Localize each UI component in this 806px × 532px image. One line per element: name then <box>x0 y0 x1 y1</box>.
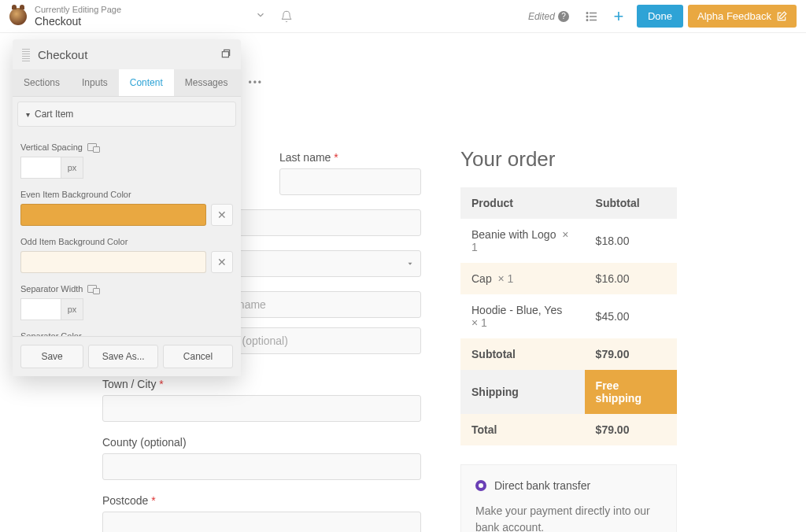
list-icon[interactable] <box>582 6 602 27</box>
vertical-spacing-label: Vertical Spacing <box>20 142 233 152</box>
separator-color-label: Separator Color <box>20 331 233 336</box>
last-name-label: Last name * <box>279 151 421 164</box>
order-row: Cap × 1 $16.00 <box>460 263 677 294</box>
even-bg-label: Even Item Background Color <box>20 190 233 199</box>
th-subtotal: Subtotal <box>585 187 677 219</box>
chevron-down-icon: ▾ <box>26 110 30 119</box>
town-label: Town / City * <box>102 378 421 390</box>
tab-messages[interactable]: Messages <box>174 69 239 96</box>
payment-box: Direct bank transfer Make your payment d… <box>460 464 677 532</box>
page-meta[interactable]: Currently Editing Page Checkout <box>35 5 121 28</box>
chevron-down-icon[interactable] <box>255 9 266 23</box>
editing-label: Currently Editing Page <box>35 5 121 15</box>
town-input[interactable] <box>102 395 421 422</box>
postcode-input[interactable] <box>102 512 421 532</box>
th-product: Product <box>460 187 585 219</box>
page-name: Checkout <box>35 15 121 28</box>
responsive-icon[interactable] <box>87 285 97 293</box>
save-as-button[interactable]: Save As... <box>88 345 158 368</box>
separator-width-label: Separator Width <box>20 284 233 294</box>
order-total-row: Total $79.00 <box>460 414 677 445</box>
edited-indicator: Edited ? <box>528 11 569 22</box>
svg-point-3 <box>586 12 588 13</box>
county-input[interactable] <box>102 453 421 480</box>
settings-panel: Checkout Sections Inputs Content Message… <box>13 39 241 376</box>
responsive-icon[interactable] <box>87 143 97 151</box>
tab-inputs[interactable]: Inputs <box>71 69 119 96</box>
svg-point-4 <box>586 16 588 17</box>
order-row: Hoodie - Blue, Yes× 1 $45.00 <box>460 294 677 338</box>
drag-handle-icon[interactable] <box>22 47 30 61</box>
more-tabs-icon[interactable]: ••• <box>238 69 272 96</box>
separator-width-input[interactable] <box>20 298 61 320</box>
svg-point-5 <box>586 19 588 20</box>
even-bg-color-swatch[interactable] <box>20 204 206 226</box>
unit-label: px <box>61 298 83 320</box>
last-name-input[interactable] <box>279 168 421 195</box>
odd-bg-color-swatch[interactable] <box>20 251 206 273</box>
panel-title: Checkout <box>38 48 220 61</box>
help-icon[interactable]: ? <box>558 11 569 22</box>
order-row: Beanie with Logo × 1 $18.00 <box>460 219 677 263</box>
clear-even-bg-button[interactable]: ✕ <box>211 204 233 226</box>
done-button[interactable]: Done <box>637 5 683 28</box>
top-bar: Currently Editing Page Checkout Edited ?… <box>0 0 806 33</box>
order-subtotal-row: Subtotal $79.00 <box>460 338 677 370</box>
radio-selected-icon <box>475 480 486 491</box>
county-label: County (optional) <box>102 436 421 449</box>
tab-content[interactable]: Content <box>119 69 174 96</box>
order-table: Product Subtotal Beanie with Logo × 1 $1… <box>460 187 677 445</box>
order-title: Your order <box>460 147 677 172</box>
bell-icon[interactable] <box>280 10 293 23</box>
vertical-spacing-input[interactable] <box>20 157 61 179</box>
save-button[interactable]: Save <box>20 345 83 368</box>
window-restore-icon[interactable] <box>220 48 231 61</box>
payment-method-radio[interactable]: Direct bank transfer <box>475 479 662 492</box>
tab-sections[interactable]: Sections <box>13 69 71 96</box>
svg-marker-6 <box>409 263 412 265</box>
clear-odd-bg-button[interactable]: ✕ <box>211 251 233 273</box>
feedback-button[interactable]: Alpha Feedback <box>688 5 797 28</box>
payment-description: Make your payment directly into our bank… <box>475 503 662 532</box>
add-icon[interactable]: + <box>608 6 629 27</box>
svg-rect-7 <box>222 51 228 57</box>
section-header[interactable]: ▾ Cart Item <box>17 102 236 127</box>
cancel-button[interactable]: Cancel <box>163 345 233 368</box>
odd-bg-label: Odd Item Background Color <box>20 237 233 246</box>
unit-label: px <box>61 157 83 179</box>
order-shipping-row: Shipping Free shipping <box>460 370 677 414</box>
app-logo-icon <box>9 8 27 25</box>
panel-tabs: Sections Inputs Content Messages ••• <box>13 69 241 97</box>
postcode-label: Postcode * <box>102 494 421 507</box>
